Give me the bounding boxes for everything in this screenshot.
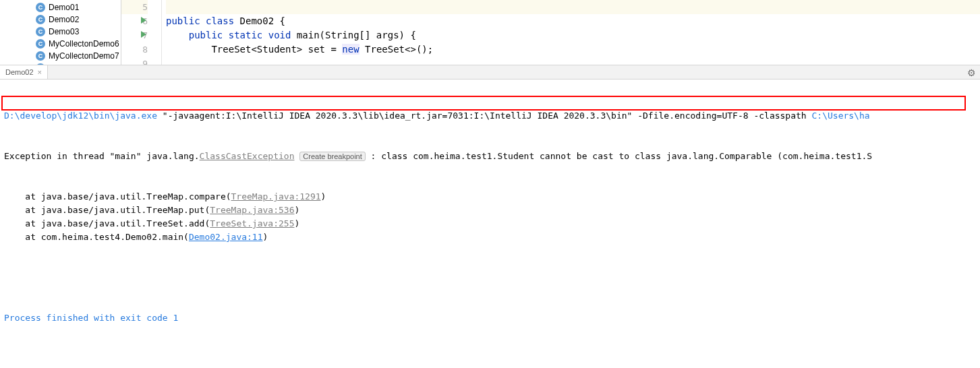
create-breakpoint-button[interactable]: Create breakpoint [299, 152, 365, 161]
class-icon: C [35, 26, 46, 37]
gutter-line[interactable]: 6 [121, 14, 148, 28]
stack-link[interactable]: TreeSet.java:255 [210, 218, 294, 228]
gear-icon[interactable]: ⚙ [967, 67, 976, 78]
tree-item-label: Demo01 [49, 1, 79, 13]
tree-item[interactable]: CDemo02 [0, 13, 121, 26]
run-icon[interactable] [141, 31, 146, 38]
stack-link[interactable]: Demo02.java:11 [189, 232, 263, 242]
editor-area: 567891011121314151617181920 public class… [121, 0, 980, 65]
tree-item[interactable]: CDemo03 [0, 26, 121, 38]
console-exception-line: Exception in thread "main" java.lang.Cla… [4, 150, 976, 163]
project-tree[interactable]: CDemo01CDemo02CDemo03CMyCollectonDemo6CM… [0, 0, 121, 65]
close-icon[interactable]: × [38, 68, 42, 76]
code-body[interactable]: public class Demo02 { public static void… [162, 0, 980, 65]
class-icon: C [35, 14, 46, 25]
tree-item-label: MyCollectonDemo6 [49, 38, 119, 50]
stack-trace-line: at java.base/java.util.TreeSet.add(TreeS… [4, 217, 976, 231]
tree-item-label: Demo03 [49, 26, 79, 38]
gutter-line[interactable]: 5 [121, 0, 148, 14]
code-line[interactable] [166, 0, 980, 14]
console-error-box [1, 96, 966, 111]
console-blank [4, 271, 976, 284]
gutter-line[interactable]: 7 [121, 28, 148, 42]
tree-item[interactable]: CMyCollectonDemo7 [0, 50, 121, 62]
code-line[interactable]: TreeSet<Student> set = new TreeSet<>(); [166, 42, 980, 57]
class-icon: C [35, 38, 46, 49]
code-line[interactable]: public static void main(String[] args) { [166, 28, 980, 42]
class-icon: C [35, 2, 46, 13]
stack-link[interactable]: TreeMap.java:1291 [231, 191, 321, 202]
tree-item[interactable]: CMyCollectonDemo6 [0, 38, 121, 50]
console-tab[interactable]: Demo02 × [0, 65, 48, 79]
class-icon: C [35, 51, 46, 61]
main-area: CDemo01CDemo02CDemo03CMyCollectonDemo6CM… [0, 0, 980, 65]
console-output[interactable]: D:\develop\jdk12\bin\java.exe "-javaagen… [0, 80, 980, 368]
gutter-line[interactable]: 8 [121, 42, 148, 57]
console-tab-bar: Demo02 × ⚙ [0, 65, 980, 80]
stack-trace-line: at com.heima.test4.Demo02.main(Demo02.ja… [4, 231, 976, 244]
console-command-line: D:\develop\jdk12\bin\java.exe "-javaagen… [4, 109, 976, 123]
stack-trace-line: at java.base/java.util.TreeMap.put(TreeM… [4, 204, 976, 217]
editor-gutter[interactable]: 567891011121314151617181920 [121, 0, 162, 65]
tree-item[interactable]: CDemo01 [0, 1, 121, 13]
console-exit-line: Process finished with exit code 1 [4, 311, 976, 325]
console-tab-label: Demo02 [5, 68, 34, 76]
tree-item-label: MyCollectonDemo7 [49, 50, 119, 62]
stack-link[interactable]: TreeMap.java:536 [210, 205, 294, 215]
code-line[interactable]: public class Demo02 { [166, 14, 980, 28]
run-icon[interactable] [141, 17, 146, 24]
tree-item-label: Demo02 [49, 13, 79, 26]
stack-trace-line: at java.base/java.util.TreeMap.compare(T… [4, 190, 976, 204]
